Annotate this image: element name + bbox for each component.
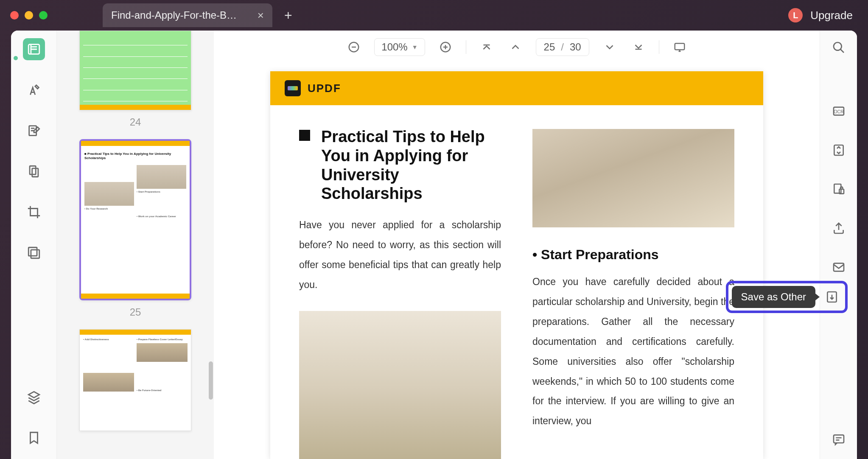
page-header: UPDF — [270, 71, 763, 105]
convert-button[interactable] — [829, 141, 848, 160]
zoom-select[interactable]: 100% ▼ — [374, 38, 425, 56]
right-toolbar: OCR — [820, 31, 857, 459]
svg-rect-8 — [675, 43, 684, 50]
thumbnail-26[interactable]: • Add Distinctiveness • Prepare Flawless… — [79, 329, 191, 431]
document-tab[interactable]: Find-and-Apply-For-the-B… × — [103, 3, 272, 27]
body-paragraph: Once you have carefully decided about a … — [532, 272, 734, 431]
first-page-button[interactable] — [478, 39, 495, 56]
zoom-out-button[interactable] — [345, 39, 362, 56]
page-indicator[interactable]: 25 / 30 — [536, 38, 589, 56]
tooltip: Save as Other — [732, 286, 815, 308]
current-page: 25 — [544, 41, 555, 53]
protect-button[interactable] — [829, 180, 848, 199]
share-button[interactable] — [829, 219, 848, 238]
svg-text:OCR: OCR — [834, 109, 844, 114]
page-separator: / — [561, 41, 564, 53]
brand-logo-icon — [285, 80, 301, 96]
avatar[interactable]: L — [788, 8, 803, 22]
edit-tool[interactable] — [23, 120, 45, 142]
email-button[interactable] — [829, 258, 848, 277]
zoom-in-button[interactable] — [437, 39, 454, 56]
svg-rect-4 — [28, 247, 37, 256]
upgrade-button[interactable]: Upgrade — [810, 9, 853, 22]
avatar-initial: L — [793, 11, 798, 20]
thumbnail-label: 24 — [57, 116, 214, 128]
presentation-button[interactable] — [671, 39, 688, 56]
total-pages: 30 — [570, 41, 581, 53]
page-area[interactable]: UPDF Practical Tips to Help You in Apply… — [214, 60, 820, 459]
svg-rect-5 — [31, 250, 39, 258]
window-controls — [10, 11, 48, 20]
last-page-button[interactable] — [630, 39, 647, 56]
pdf-page: UPDF Practical Tips to Help You in Apply… — [270, 71, 763, 459]
thumbnail-label: 25 — [57, 306, 214, 318]
close-tab-icon[interactable]: × — [258, 9, 264, 22]
thumbnail-panel: 24 ■ Practical Tips to Help You in Apply… — [57, 31, 214, 459]
illustration-image — [532, 129, 734, 227]
separator — [659, 40, 659, 54]
viewer-toolbar: 100% ▼ 25 / 30 — [214, 34, 820, 60]
intro-paragraph: Have you never applied for a scholarship… — [299, 215, 501, 295]
illustration-image — [299, 311, 501, 459]
highlight-tool[interactable] — [23, 79, 45, 101]
zoom-value: 100% — [381, 41, 407, 53]
organize-tool[interactable] — [23, 160, 45, 182]
minimize-window-button[interactable] — [25, 11, 33, 20]
subheading: Start Preparations — [532, 247, 734, 263]
redact-tool[interactable] — [23, 242, 45, 264]
reader-tool[interactable] — [23, 38, 45, 60]
left-toolbar — [11, 31, 57, 459]
tab-title: Find-and-Apply-For-the-B… — [111, 9, 237, 21]
viewer: 100% ▼ 25 / 30 UPDF — [214, 31, 820, 459]
svg-rect-3 — [32, 168, 38, 177]
bullet-square-icon — [299, 130, 310, 141]
thumbnail-24[interactable] — [79, 31, 191, 110]
next-page-button[interactable] — [601, 39, 618, 56]
page-heading: Practical Tips to Help You in Applying f… — [321, 127, 501, 203]
chevron-down-icon: ▼ — [412, 44, 418, 50]
ocr-button[interactable]: OCR — [829, 102, 848, 120]
app-window: 24 ■ Practical Tips to Help You in Apply… — [11, 31, 857, 459]
save-as-other-callout: Save as Other — [726, 281, 848, 313]
thumbnail-scrollbar[interactable] — [209, 361, 213, 400]
brand-name: UPDF — [308, 82, 341, 95]
status-dot-icon — [14, 56, 18, 60]
comment-button[interactable] — [829, 430, 848, 449]
svg-rect-15 — [834, 263, 844, 271]
titlebar: Find-and-Apply-For-the-B… × + L Upgrade — [0, 0, 868, 31]
separator — [466, 40, 466, 54]
close-window-button[interactable] — [10, 11, 19, 20]
svg-rect-2 — [30, 166, 36, 174]
svg-rect-16 — [834, 435, 844, 443]
maximize-window-button[interactable] — [39, 11, 48, 20]
thumbnail-25[interactable]: ■ Practical Tips to Help You in Applying… — [79, 139, 191, 300]
search-button[interactable] — [829, 38, 848, 57]
bookmark-tool[interactable] — [23, 427, 45, 449]
layers-tool[interactable] — [23, 386, 45, 408]
new-tab-button[interactable]: + — [284, 8, 292, 23]
svg-point-9 — [834, 42, 842, 50]
save-as-other-button[interactable] — [822, 287, 842, 307]
crop-tool[interactable] — [23, 201, 45, 223]
prev-page-button[interactable] — [507, 39, 524, 56]
